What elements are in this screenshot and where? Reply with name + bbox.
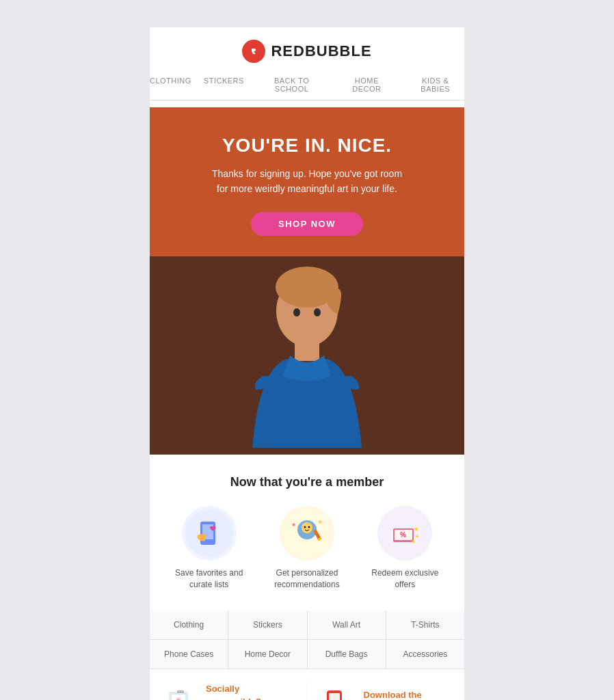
svg-text:★: ★ (291, 522, 296, 528)
footer-extras: Socially responsible? Yep Download t (150, 669, 464, 700)
categories-section: Clothing Stickers Wall Art T-Shirts Phon… (150, 610, 464, 669)
category-t-shirts[interactable]: T-Shirts (386, 610, 464, 639)
svg-point-4 (293, 308, 300, 317)
svg-text:★: ★ (415, 534, 419, 539)
recommendations-icon: ★ ★ (280, 506, 334, 561)
svg-point-13 (304, 526, 306, 528)
hero-image (150, 256, 464, 455)
category-stickers[interactable]: Stickers (228, 610, 307, 639)
benefit-recommendations-label: Get personalized recommendations (273, 567, 341, 591)
email-container: REDBUBBLE CLOTHING STICKERS BACK TO SCHO… (150, 27, 464, 700)
socially-responsible-icon (163, 685, 198, 700)
member-title: Now that you're a member (163, 475, 451, 489)
svg-text:★: ★ (317, 518, 323, 526)
footer-download-app[interactable]: Download the Redbubble app (321, 683, 451, 700)
shop-now-button[interactable]: SHOP NOW (251, 212, 363, 236)
logo-text: REDBUBBLE (271, 42, 371, 60)
svg-point-5 (314, 308, 321, 317)
svg-rect-6 (295, 344, 319, 361)
main-nav: CLOTHING STICKERS BACK TO SCHOOL HOME DE… (150, 72, 464, 100)
svg-text:★: ★ (414, 526, 419, 533)
svg-text:%: % (400, 531, 406, 539)
logo-area: REDBUBBLE (150, 40, 464, 63)
nav-item-clothing[interactable]: CLOTHING (150, 77, 191, 93)
benefit-offers: % ★ ★ ★ Redeem exclusive offers (360, 506, 451, 591)
logo-icon[interactable] (242, 40, 265, 63)
favorites-icon (182, 506, 237, 561)
nav-item-kids-babies[interactable]: KIDS & BABIES (406, 77, 464, 93)
member-section: Now that you're a member (150, 455, 464, 611)
nav-item-home-decor[interactable]: HOME DECOR (339, 77, 394, 93)
hero-title: YOU'RE IN. NICE. (170, 135, 444, 157)
nav-item-stickers[interactable]: STICKERS (204, 77, 244, 93)
hero-illustration (150, 256, 464, 455)
category-duffle-bags[interactable]: Duffle Bags (308, 640, 386, 669)
download-app-text: Download the Redbubble app (364, 689, 428, 700)
nav-item-back-to-school[interactable]: BACK TO SCHOOL (256, 77, 327, 93)
svg-text:★: ★ (411, 539, 416, 545)
socially-responsible-text: Socially responsible? Yep (206, 683, 293, 700)
benefits-row: Save favorites and curate lists (163, 506, 451, 591)
category-wall-art[interactable]: Wall Art (308, 610, 386, 639)
hero-subtitle: Thanks for signing up. Hope you've got r… (170, 166, 444, 197)
footer-divider (307, 683, 308, 700)
svg-rect-31 (329, 693, 340, 700)
svg-point-12 (302, 522, 312, 533)
category-clothing[interactable]: Clothing (150, 610, 228, 639)
page-background: REDBUBBLE CLOTHING STICKERS BACK TO SCHO… (0, 14, 614, 700)
category-row-1: Clothing Stickers Wall Art T-Shirts (150, 610, 464, 640)
benefit-offers-label: Redeem exclusive offers (371, 567, 439, 591)
category-row-2: Phone Cases Home Decor Duffle Bags Acces… (150, 640, 464, 669)
benefit-recommendations: ★ ★ Get personalized recommendations (261, 506, 352, 591)
svg-point-14 (308, 526, 310, 528)
download-app-icon (321, 685, 356, 700)
benefit-favorites: Save favorites and curate lists (163, 506, 254, 591)
category-phone-cases[interactable]: Phone Cases (150, 640, 228, 669)
category-accessories[interactable]: Accessories (386, 640, 464, 669)
category-home-decor[interactable]: Home Decor (228, 640, 307, 669)
footer-socially-responsible[interactable]: Socially responsible? Yep (163, 683, 293, 700)
benefit-favorites-label: Save favorites and curate lists (175, 567, 243, 591)
header: REDBUBBLE CLOTHING STICKERS BACK TO SCHO… (150, 27, 464, 107)
offers-icon: % ★ ★ ★ (377, 506, 432, 561)
hero-banner: YOU'RE IN. NICE. Thanks for signing up. … (150, 107, 464, 256)
